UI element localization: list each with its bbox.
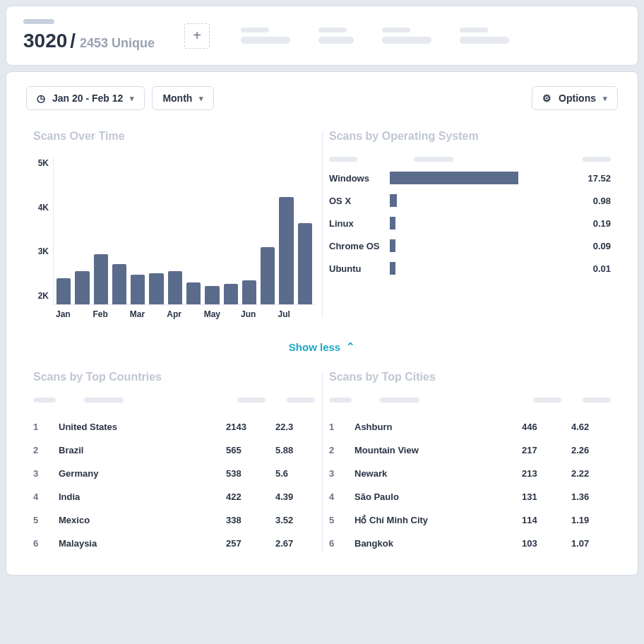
table-row: 5Hồ Chí Minh City1141.19 <box>329 508 611 532</box>
bar <box>56 278 71 304</box>
name: Malaysia <box>59 538 226 549</box>
plus-icon: + <box>193 28 201 44</box>
x-tick: Apr <box>167 309 203 319</box>
pct: 5.88 <box>275 445 315 455</box>
bar <box>149 273 163 304</box>
panel-title: Scans by Operating System <box>329 130 611 143</box>
name: Ashburn <box>354 422 522 432</box>
rank: 3 <box>33 468 59 479</box>
count: 213 <box>522 468 571 479</box>
os-bar-wrap <box>390 217 568 229</box>
count: 565 <box>226 445 275 455</box>
show-less-row: Show less ⌃ <box>26 340 618 354</box>
date-range-picker[interactable]: ◷ Jan 20 - Feb 12 ▾ <box>26 86 145 110</box>
granularity-label: Month <box>162 93 192 104</box>
bar <box>75 271 89 304</box>
table-header-skeleton <box>329 398 611 402</box>
x-tick: Jan <box>56 309 93 319</box>
rank: 3 <box>329 468 354 479</box>
os-bar <box>390 217 395 229</box>
name: Hồ Chí Minh City <box>354 515 522 525</box>
name: Newark <box>354 468 522 479</box>
analytics-card: ◷ Jan 20 - Feb 12 ▾ Month ▾ ⚙ Options ▾ … <box>6 71 638 576</box>
gear-icon: ⚙ <box>542 93 551 104</box>
chevron-down-icon: ▾ <box>199 94 203 103</box>
scans-bar-chart: 5K4K3K2K JanFebMarAprMayJunJul <box>33 157 315 319</box>
scans-by-countries-panel: Scans by Top Countries 1United States214… <box>26 368 322 558</box>
rank: 1 <box>329 422 354 432</box>
os-bar-wrap <box>390 194 568 207</box>
clock-icon: ◷ <box>37 93 45 104</box>
bar <box>261 247 275 304</box>
count: 103 <box>522 538 571 549</box>
name: Bangkok <box>354 538 522 549</box>
os-value: 0.98 <box>568 196 611 206</box>
rank: 6 <box>329 538 354 549</box>
name: Mexico <box>59 515 226 525</box>
os-bar <box>390 262 395 275</box>
name: India <box>59 491 226 502</box>
count: 114 <box>522 515 571 525</box>
rank: 6 <box>33 538 59 549</box>
table-header-skeleton <box>33 398 315 402</box>
count: 217 <box>522 445 571 455</box>
os-bar <box>390 172 518 184</box>
table-row: 3Newark2132.22 <box>329 462 611 485</box>
table-row: 4São Paulo1311.36 <box>329 485 611 508</box>
pct: 1.19 <box>571 515 611 525</box>
bar <box>186 282 201 304</box>
scans-over-time-panel: Scans Over Time 5K4K3K2K JanFebMarAprMay… <box>26 127 322 322</box>
bar <box>168 271 182 304</box>
bar <box>131 275 145 304</box>
pct: 5.6 <box>275 468 315 479</box>
unique-count: 2453 Unique <box>80 36 155 51</box>
rank: 2 <box>329 445 354 455</box>
table-row: 3Germany5385.6 <box>33 462 315 485</box>
summary-header: 3020/ 2453 Unique + <box>6 6 638 66</box>
os-name: Linux <box>329 218 390 229</box>
x-tick: Feb <box>93 309 129 319</box>
bar <box>242 280 256 304</box>
chevron-up-icon: ⌃ <box>346 340 355 353</box>
os-row: OS X0.98 <box>329 194 611 207</box>
panel-title: Scans by Top Countries <box>33 371 315 383</box>
rank: 2 <box>33 445 59 455</box>
name: Mountain View <box>354 445 522 455</box>
os-name: OS X <box>329 196 390 206</box>
name: United States <box>59 422 226 432</box>
count: 257 <box>226 538 275 549</box>
chevron-down-icon: ▾ <box>603 94 607 103</box>
pct: 2.26 <box>571 445 611 455</box>
y-tick: 4K <box>33 203 49 213</box>
os-row: Windows17.52 <box>329 172 611 184</box>
count-slash: / <box>70 30 76 52</box>
os-bar <box>390 194 397 207</box>
rank: 5 <box>329 515 354 525</box>
name: São Paulo <box>354 491 522 502</box>
rank: 4 <box>33 491 59 502</box>
pct: 1.07 <box>571 538 611 549</box>
x-tick: Jun <box>241 309 278 319</box>
options-button[interactable]: ⚙ Options ▾ <box>532 86 618 110</box>
os-name: Windows <box>329 173 390 184</box>
show-less-link[interactable]: Show less ⌃ <box>289 340 355 353</box>
rank: 4 <box>329 491 354 502</box>
add-button[interactable]: + <box>184 23 210 49</box>
os-bar <box>390 239 395 252</box>
bar <box>224 284 238 304</box>
pct: 2.22 <box>571 468 611 479</box>
count: 538 <box>226 468 275 479</box>
bar <box>205 286 219 304</box>
os-bar-wrap <box>390 239 568 252</box>
x-tick: May <box>204 309 241 319</box>
placeholder-skeleton <box>23 19 54 24</box>
pct: 3.52 <box>275 515 315 525</box>
table-row: 6Malaysia2572.67 <box>33 532 315 555</box>
table-row: 1United States214322.3 <box>33 415 315 439</box>
os-row: Linux0.19 <box>329 217 611 229</box>
table-row: 1Ashburn4464.62 <box>329 415 611 439</box>
granularity-select[interactable]: Month ▾ <box>152 86 214 110</box>
name: Brazil <box>59 445 226 455</box>
os-value: 17.52 <box>568 173 611 184</box>
toolbar: ◷ Jan 20 - Feb 12 ▾ Month ▾ ⚙ Options ▾ <box>26 86 618 110</box>
